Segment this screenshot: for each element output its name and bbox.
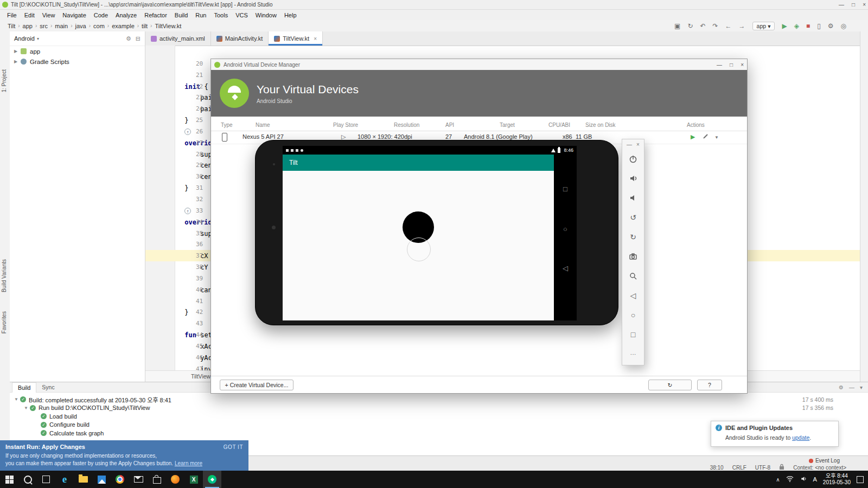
update-link[interactable]: update <box>792 434 809 441</box>
forward-icon[interactable]: → <box>739 23 745 29</box>
more-icon[interactable]: ··· <box>622 344 644 364</box>
back-icon[interactable]: ← <box>725 23 732 29</box>
taskbar-app-store[interactable] <box>148 471 166 488</box>
menu-item[interactable]: Help <box>280 12 301 18</box>
minimize-icon[interactable]: — <box>717 62 722 68</box>
line-ending-indicator[interactable]: CRLF <box>732 465 746 471</box>
launch-avd-icon[interactable]: ▶ <box>691 133 695 140</box>
refresh-button[interactable]: ↻ <box>648 380 692 390</box>
settings-gear-icon[interactable]: ⚙ <box>828 23 834 29</box>
avd-manager-icon[interactable]: ▯ <box>817 23 821 29</box>
menu-item[interactable]: Analyze <box>112 12 141 18</box>
instant-run-popup[interactable]: Instant Run: Apply Changes GOT IT If you… <box>0 440 248 471</box>
toolwindow-favorites-tab[interactable]: Favorites <box>1 311 7 333</box>
edit-avd-icon[interactable] <box>703 133 709 140</box>
start-button[interactable] <box>0 471 18 488</box>
create-virtual-device-button[interactable]: + Create Virtual Device... <box>220 380 293 390</box>
volume-icon[interactable] <box>800 476 807 483</box>
chevron-right-icon[interactable]: ▶ <box>14 59 21 64</box>
maximize-icon[interactable]: □ <box>852 2 855 8</box>
home-icon[interactable]: ○ <box>622 305 644 325</box>
power-icon[interactable] <box>622 149 644 169</box>
menu-item[interactable]: File <box>3 12 21 18</box>
settings-gear-icon[interactable]: ⚙ <box>126 35 131 42</box>
taskbar-app-firefox[interactable] <box>166 471 184 488</box>
collapse-all-icon[interactable]: ⊟ <box>136 35 141 42</box>
screenshot-icon[interactable] <box>622 247 644 266</box>
taskbar-app-excel[interactable]: X <box>184 471 203 488</box>
run-icon[interactable]: ▶ <box>782 23 787 29</box>
overview-icon[interactable]: □ <box>622 325 644 344</box>
help-button[interactable]: ? <box>697 380 722 390</box>
menu-item[interactable]: VCS <box>232 12 252 18</box>
tab-sync[interactable]: Sync <box>36 382 60 392</box>
more-actions-icon[interactable]: ▼ <box>714 135 719 140</box>
taskbar-app-android-studio[interactable] <box>203 471 221 488</box>
build-tree-row[interactable]: ▼ ✓ Load build <box>10 412 868 421</box>
zoom-icon[interactable] <box>622 266 644 286</box>
search-button[interactable] <box>18 471 37 488</box>
sync-icon[interactable]: ↻ <box>687 23 693 29</box>
toolwindow-build-variants-tab[interactable]: Build Variants <box>1 259 7 292</box>
chevron-down-icon[interactable]: ▼ <box>24 406 30 410</box>
menu-item[interactable]: Window <box>252 12 280 18</box>
menu-item[interactable]: Navigate <box>59 12 90 18</box>
redo-icon[interactable]: ↷ <box>713 23 718 29</box>
hidden-icons-chevron[interactable]: ∧ <box>776 477 780 483</box>
chevron-right-icon[interactable]: ▶ <box>14 49 21 54</box>
close-icon[interactable]: × <box>314 36 317 42</box>
debug-icon[interactable]: ◈ <box>794 23 799 29</box>
close-icon[interactable]: × <box>636 142 640 147</box>
build-tree-row[interactable]: ▼ ✓ Run build D:\KOC\KOTLIN_Study\TiltVi… <box>10 404 868 413</box>
lock-icon[interactable] <box>779 464 784 471</box>
tab-mainactivity-kt[interactable]: MainActivity.kt <box>211 31 269 46</box>
maximize-icon[interactable]: □ <box>730 62 733 68</box>
rotate-left-icon[interactable]: ↺ <box>622 208 644 227</box>
action-center-icon[interactable] <box>857 476 864 483</box>
encoding-indicator[interactable]: UTF-8 <box>755 465 770 471</box>
task-view-button[interactable] <box>37 471 55 488</box>
breadcrumb-segment[interactable]: main › <box>55 23 75 29</box>
breadcrumb-segment[interactable]: tilt › <box>142 23 155 29</box>
breadcrumb-segment[interactable]: TiltView.kt › <box>155 23 181 29</box>
tab-build[interactable]: Build <box>12 382 36 393</box>
rotate-right-icon[interactable]: ↻ <box>622 227 644 247</box>
back-icon[interactable]: ◁ <box>622 286 644 305</box>
overview-icon[interactable]: □ <box>554 185 577 193</box>
project-tree-item-app[interactable]: ▶ app <box>10 46 145 56</box>
project-tree-item-gradle-scripts[interactable]: ▶ Gradle Scripts <box>10 56 145 67</box>
minimize-icon[interactable]: — <box>839 2 844 8</box>
breadcrumb-segment[interactable]: app › <box>23 23 40 29</box>
breadcrumb-segment[interactable]: src › <box>40 23 55 29</box>
minimize-icon[interactable]: — <box>627 142 632 147</box>
taskbar-app-edge[interactable]: e <box>55 471 74 488</box>
save-all-icon[interactable]: ▣ <box>674 23 680 29</box>
taskbar-app-file-explorer[interactable] <box>74 471 92 488</box>
tab-tiltview-kt[interactable]: TiltView.kt × <box>269 31 323 46</box>
home-icon[interactable]: ○ <box>554 225 577 233</box>
context-indicator[interactable]: Context: <no context> <box>793 465 846 471</box>
close-icon[interactable]: × <box>741 62 744 68</box>
menu-item[interactable]: Tools <box>210 12 232 18</box>
close-icon[interactable]: × <box>863 2 866 8</box>
taskbar-app-photos[interactable] <box>92 471 111 488</box>
hide-icon[interactable]: ▾ <box>860 384 863 390</box>
learn-more-link[interactable]: Learn more <box>175 460 202 466</box>
run-configuration-select[interactable]: app ▾ <box>752 22 775 30</box>
menu-item[interactable]: Build <box>171 12 192 18</box>
chevron-down-icon[interactable]: ▼ <box>14 397 20 402</box>
tab-activity-main-xml[interactable]: activity_main.xml <box>145 31 211 46</box>
got-it-button[interactable]: GOT IT <box>224 444 243 450</box>
app-canvas[interactable] <box>283 171 554 320</box>
menu-item[interactable]: Edit <box>21 12 39 18</box>
volume-down-icon[interactable] <box>622 188 644 208</box>
cursor-position[interactable]: 38:10 <box>710 465 724 471</box>
breadcrumb-segment[interactable]: Tilt › <box>8 23 23 29</box>
breadcrumb-segment[interactable]: java › <box>75 23 94 29</box>
back-icon[interactable]: ◁ <box>554 264 577 272</box>
menu-item[interactable]: Run <box>192 12 210 18</box>
undo-icon[interactable]: ↶ <box>700 23 705 29</box>
emulator-screen[interactable]: 8:46 Tilt □ ○ ◁ <box>283 146 577 320</box>
network-icon[interactable] <box>786 476 794 483</box>
search-icon[interactable]: ◎ <box>841 23 846 29</box>
